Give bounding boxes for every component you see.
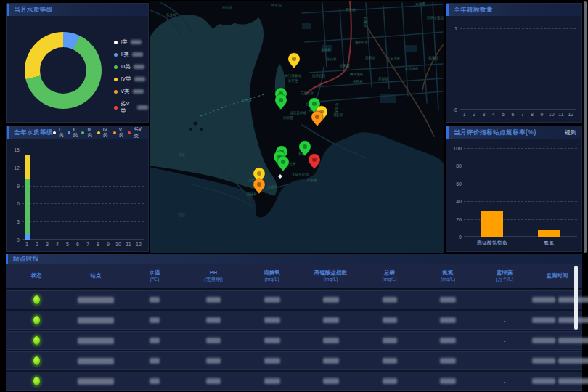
redacted-value bbox=[323, 317, 339, 323]
redacted-value bbox=[383, 317, 397, 323]
legend-item[interactable]: I类 bbox=[53, 127, 64, 139]
year-quality-legend: I类II类III类IV类V类劣V类 bbox=[53, 126, 143, 139]
legend-label: III类 bbox=[121, 63, 131, 70]
legend-label: IV类 bbox=[103, 127, 110, 139]
redacted-value bbox=[206, 378, 221, 384]
map-canvas[interactable]: 石皮岭渔港坞中亚坞大祥里大月塔长门温泉地科莱堡三南大学北亚桥砚桥绿温美术馆湖滨园… bbox=[150, 1, 444, 253]
redacted-datetime bbox=[558, 378, 588, 384]
cell bbox=[242, 297, 301, 303]
table-row[interactable]: - bbox=[6, 351, 582, 370]
rule-link[interactable]: 规则 bbox=[565, 128, 576, 136]
legend-dot bbox=[114, 53, 118, 57]
year-quality-chart[interactable]: 03691215123456789101112 bbox=[22, 150, 144, 240]
legend-label: II类 bbox=[121, 51, 129, 58]
pin-center-dot bbox=[281, 160, 285, 164]
legend-item[interactable]: V类 bbox=[114, 88, 148, 95]
legend-label: IV类 bbox=[121, 75, 131, 83]
redacted-value bbox=[383, 297, 397, 303]
legend-item[interactable]: II类 bbox=[114, 51, 148, 58]
y-axis-label: 60 bbox=[450, 181, 462, 186]
legend-item[interactable]: II类 bbox=[68, 127, 78, 139]
x-axis-label: 12 bbox=[136, 242, 142, 247]
grid-line bbox=[22, 168, 144, 168]
legend-item[interactable]: III类 bbox=[114, 63, 148, 70]
redacted-value bbox=[264, 317, 280, 323]
legend-dot bbox=[114, 78, 118, 81]
redacted-value bbox=[440, 297, 456, 303]
grid-line bbox=[464, 184, 577, 184]
table-row[interactable]: - bbox=[6, 290, 582, 309]
donut-chart[interactable] bbox=[25, 32, 102, 109]
x-axis-label: 1 bbox=[463, 112, 466, 117]
x-axis-label: 6 bbox=[511, 112, 514, 117]
cell bbox=[184, 297, 242, 303]
legend-item[interactable]: I类 bbox=[114, 38, 148, 46]
y-axis-label: 40 bbox=[450, 199, 462, 204]
map-islet bbox=[200, 128, 203, 131]
map-label: 中亚坞 bbox=[271, 4, 282, 7]
x-axis-label: 11 bbox=[126, 242, 131, 247]
page-scrollbar[interactable] bbox=[584, 1, 587, 253]
cell bbox=[67, 297, 125, 303]
y-axis-label: 0 bbox=[8, 237, 20, 242]
bar-1[interactable] bbox=[538, 230, 560, 237]
redacted-value bbox=[206, 338, 221, 343]
x-axis-line bbox=[460, 109, 576, 110]
redacted-value bbox=[206, 317, 221, 323]
table-row[interactable]: - bbox=[6, 331, 582, 350]
redacted-value bbox=[78, 358, 114, 364]
column-name: 溶解氧 bbox=[264, 270, 280, 277]
redacted-value bbox=[78, 338, 114, 344]
legend-dot bbox=[113, 131, 116, 134]
cell bbox=[301, 378, 360, 384]
legend-dot bbox=[97, 131, 100, 134]
map-label: 宁住桥 bbox=[327, 57, 337, 61]
x-axis-line bbox=[22, 239, 144, 240]
x-axis-label: 12 bbox=[568, 112, 573, 117]
cell bbox=[360, 297, 419, 303]
month-rate-chart[interactable]: 020406080100高锰酸盐指数氨氮 bbox=[464, 148, 577, 237]
redacted-value bbox=[440, 338, 456, 343]
cell bbox=[532, 338, 588, 343]
x-axis-label: 8 bbox=[97, 242, 99, 247]
redacted-value bbox=[78, 297, 114, 303]
column-name: 监测时间 bbox=[547, 273, 568, 279]
cell bbox=[125, 338, 184, 343]
bar-segment[interactable] bbox=[25, 179, 30, 233]
x-axis-label: 10 bbox=[549, 112, 555, 117]
cell: - bbox=[477, 338, 532, 344]
panel-title: 全年水质等级 bbox=[14, 128, 53, 137]
pin-center-dot bbox=[279, 98, 283, 102]
legend-item[interactable]: 劣V类 bbox=[114, 100, 148, 115]
redacted-value bbox=[440, 378, 456, 384]
legend-dot bbox=[114, 90, 118, 94]
column-name: 站点 bbox=[91, 273, 102, 279]
x-axis-label: 3 bbox=[482, 112, 485, 117]
redacted-value bbox=[264, 338, 280, 343]
map-label: 邵阳路 bbox=[363, 17, 368, 28]
bar-segment[interactable] bbox=[25, 155, 30, 179]
panel-title: 当月水质等级 bbox=[14, 6, 53, 15]
redacted-value bbox=[383, 378, 397, 384]
cell bbox=[6, 335, 67, 346]
bar-segment[interactable] bbox=[25, 234, 30, 240]
year-exceed-chart[interactable]: 01123456789101112 bbox=[460, 28, 576, 110]
legend-item[interactable]: IV类 bbox=[114, 75, 148, 83]
legend-item[interactable]: IV类 bbox=[97, 127, 110, 139]
table-header-row: 状态站点水温(℃)PH(无量纲)溶解氧(mg/L)高锰酸盐指数(mg/L)总磷(… bbox=[6, 264, 582, 289]
panel-title: 全年超标数量 bbox=[454, 6, 493, 15]
legend-item[interactable]: V类 bbox=[113, 127, 124, 139]
legend-dot bbox=[114, 65, 118, 69]
table-row[interactable]: - bbox=[6, 372, 582, 391]
table-scrollbar[interactable] bbox=[574, 266, 578, 330]
map[interactable]: 石皮岭渔港坞中亚坞大祥里大月塔长门温泉地科莱堡三南大学北亚桥砚桥绿温美术馆湖滨园… bbox=[150, 1, 444, 253]
bar-0[interactable] bbox=[481, 211, 503, 237]
legend-label: V类 bbox=[119, 127, 124, 139]
legend-item[interactable]: 劣V类 bbox=[128, 126, 143, 139]
legend-item[interactable]: III类 bbox=[81, 127, 93, 139]
map-island bbox=[178, 213, 185, 218]
redacted-value bbox=[150, 358, 160, 364]
x-axis-label: 1 bbox=[25, 242, 28, 247]
table-row[interactable]: - bbox=[6, 311, 582, 330]
column-header: 氨氮(mg/L) bbox=[419, 270, 477, 283]
